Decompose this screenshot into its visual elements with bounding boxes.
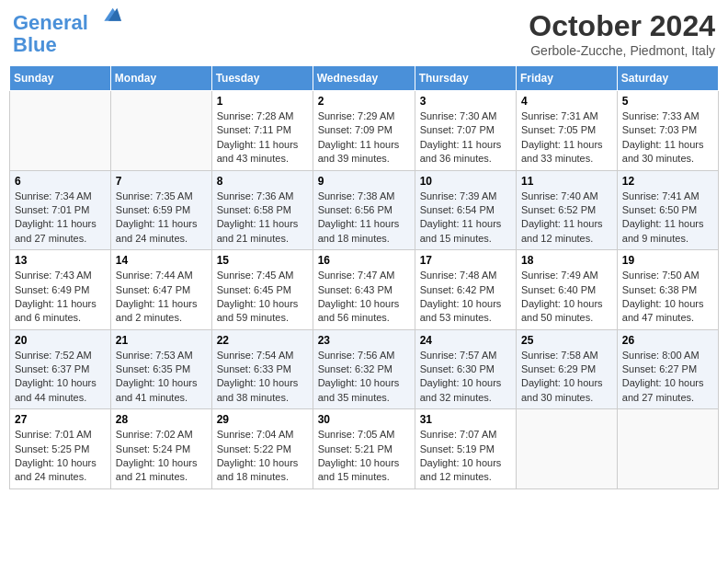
- day-info: Sunrise: 7:31 AM Sunset: 7:05 PM Dayligh…: [521, 109, 612, 167]
- day-number: 25: [521, 334, 612, 347]
- calendar-cell: [617, 409, 718, 489]
- day-number: 30: [318, 413, 410, 426]
- calendar-cell: 25Sunrise: 7:58 AM Sunset: 6:29 PM Dayli…: [516, 329, 617, 409]
- calendar-cell: 16Sunrise: 7:47 AM Sunset: 6:43 PM Dayli…: [313, 250, 415, 330]
- day-number: 5: [622, 95, 713, 108]
- col-header-monday: Monday: [110, 66, 211, 91]
- calendar-cell: 5Sunrise: 7:33 AM Sunset: 7:03 PM Daylig…: [617, 91, 718, 171]
- calendar-cell: 22Sunrise: 7:54 AM Sunset: 6:33 PM Dayli…: [211, 329, 313, 409]
- day-info: Sunrise: 7:38 AM Sunset: 6:56 PM Dayligh…: [318, 190, 410, 247]
- calendar-week-2: 6Sunrise: 7:34 AM Sunset: 7:01 PM Daylig…: [10, 170, 719, 250]
- day-info: Sunrise: 7:33 AM Sunset: 7:03 PM Dayligh…: [622, 109, 713, 167]
- location-subtitle: Gerbole-Zucche, Piedmont, Italy: [529, 43, 715, 58]
- day-number: 13: [15, 254, 106, 267]
- calendar-cell: [516, 409, 617, 489]
- day-info: Sunrise: 8:00 AM Sunset: 6:27 PM Dayligh…: [622, 349, 713, 406]
- calendar-cell: 19Sunrise: 7:50 AM Sunset: 6:38 PM Dayli…: [617, 250, 718, 330]
- day-info: Sunrise: 7:01 AM Sunset: 5:25 PM Dayligh…: [15, 428, 106, 485]
- calendar-cell: 24Sunrise: 7:57 AM Sunset: 6:30 PM Dayli…: [415, 329, 516, 409]
- day-number: 3: [420, 95, 511, 108]
- col-header-saturday: Saturday: [617, 66, 718, 91]
- calendar-cell: 31Sunrise: 7:07 AM Sunset: 5:19 PM Dayli…: [415, 409, 516, 489]
- calendar-cell: 12Sunrise: 7:41 AM Sunset: 6:50 PM Dayli…: [617, 170, 718, 250]
- logo-blue: Blue: [13, 33, 57, 56]
- day-info: Sunrise: 7:40 AM Sunset: 6:52 PM Dayligh…: [521, 190, 612, 247]
- day-info: Sunrise: 7:49 AM Sunset: 6:40 PM Dayligh…: [521, 269, 612, 326]
- day-number: 17: [420, 254, 511, 267]
- day-number: 21: [116, 334, 207, 347]
- day-number: 14: [116, 254, 207, 267]
- calendar-cell: 9Sunrise: 7:38 AM Sunset: 6:56 PM Daylig…: [313, 170, 415, 250]
- header-row: SundayMondayTuesdayWednesdayThursdayFrid…: [10, 66, 719, 91]
- calendar-cell: [110, 91, 211, 171]
- calendar-cell: 18Sunrise: 7:49 AM Sunset: 6:40 PM Dayli…: [516, 250, 617, 330]
- day-number: 11: [521, 175, 612, 188]
- day-info: Sunrise: 7:35 AM Sunset: 6:59 PM Dayligh…: [116, 190, 207, 247]
- day-info: Sunrise: 7:39 AM Sunset: 6:54 PM Dayligh…: [420, 190, 511, 247]
- logo: General Blue: [13, 9, 121, 56]
- day-number: 7: [116, 175, 207, 188]
- calendar-cell: 1Sunrise: 7:28 AM Sunset: 7:11 PM Daylig…: [211, 91, 313, 171]
- col-header-friday: Friday: [516, 66, 617, 91]
- day-info: Sunrise: 7:48 AM Sunset: 6:42 PM Dayligh…: [420, 269, 511, 326]
- calendar-cell: 17Sunrise: 7:48 AM Sunset: 6:42 PM Dayli…: [415, 250, 516, 330]
- day-number: 29: [217, 413, 308, 426]
- day-number: 10: [420, 175, 511, 188]
- day-info: Sunrise: 7:30 AM Sunset: 7:07 PM Dayligh…: [420, 109, 511, 167]
- day-number: 31: [420, 413, 511, 426]
- day-info: Sunrise: 7:02 AM Sunset: 5:24 PM Dayligh…: [116, 428, 207, 485]
- calendar-cell: 6Sunrise: 7:34 AM Sunset: 7:01 PM Daylig…: [10, 170, 111, 250]
- day-number: 12: [622, 175, 713, 188]
- day-info: Sunrise: 7:58 AM Sunset: 6:29 PM Dayligh…: [521, 349, 612, 406]
- day-number: 16: [318, 254, 410, 267]
- calendar-cell: 14Sunrise: 7:44 AM Sunset: 6:47 PM Dayli…: [110, 250, 211, 330]
- day-info: Sunrise: 7:41 AM Sunset: 6:50 PM Dayligh…: [622, 190, 713, 247]
- calendar-cell: 23Sunrise: 7:56 AM Sunset: 6:32 PM Dayli…: [313, 329, 415, 409]
- day-info: Sunrise: 7:04 AM Sunset: 5:22 PM Dayligh…: [217, 428, 308, 485]
- day-number: 28: [116, 413, 207, 426]
- month-title: October 2024: [529, 9, 715, 43]
- calendar-week-1: 1Sunrise: 7:28 AM Sunset: 7:11 PM Daylig…: [10, 91, 719, 171]
- day-number: 18: [521, 254, 612, 267]
- calendar-cell: 13Sunrise: 7:43 AM Sunset: 6:49 PM Dayli…: [10, 250, 111, 330]
- day-number: 2: [318, 95, 410, 108]
- calendar-cell: [10, 91, 111, 171]
- day-info: Sunrise: 7:45 AM Sunset: 6:45 PM Dayligh…: [217, 269, 308, 326]
- calendar-cell: 30Sunrise: 7:05 AM Sunset: 5:21 PM Dayli…: [313, 409, 415, 489]
- day-info: Sunrise: 7:56 AM Sunset: 6:32 PM Dayligh…: [318, 349, 410, 406]
- day-info: Sunrise: 7:28 AM Sunset: 7:11 PM Dayligh…: [217, 109, 308, 167]
- calendar-cell: 21Sunrise: 7:53 AM Sunset: 6:35 PM Dayli…: [110, 329, 211, 409]
- day-info: Sunrise: 7:34 AM Sunset: 7:01 PM Dayligh…: [15, 190, 106, 247]
- day-number: 23: [318, 334, 410, 347]
- day-info: Sunrise: 7:07 AM Sunset: 5:19 PM Dayligh…: [420, 428, 511, 485]
- day-info: Sunrise: 7:52 AM Sunset: 6:37 PM Dayligh…: [15, 349, 106, 406]
- day-info: Sunrise: 7:44 AM Sunset: 6:47 PM Dayligh…: [116, 269, 207, 326]
- day-info: Sunrise: 7:47 AM Sunset: 6:43 PM Dayligh…: [318, 269, 410, 326]
- day-number: 19: [622, 254, 713, 267]
- calendar-cell: 27Sunrise: 7:01 AM Sunset: 5:25 PM Dayli…: [10, 409, 111, 489]
- calendar-cell: 20Sunrise: 7:52 AM Sunset: 6:37 PM Dayli…: [10, 329, 111, 409]
- calendar-cell: 10Sunrise: 7:39 AM Sunset: 6:54 PM Dayli…: [415, 170, 516, 250]
- day-number: 24: [420, 334, 511, 347]
- day-number: 1: [217, 95, 308, 108]
- title-block: October 2024 Gerbole-Zucche, Piedmont, I…: [529, 9, 715, 58]
- col-header-tuesday: Tuesday: [211, 66, 313, 91]
- calendar-cell: 11Sunrise: 7:40 AM Sunset: 6:52 PM Dayli…: [516, 170, 617, 250]
- calendar-cell: 4Sunrise: 7:31 AM Sunset: 7:05 PM Daylig…: [516, 91, 617, 171]
- day-info: Sunrise: 7:05 AM Sunset: 5:21 PM Dayligh…: [318, 428, 410, 485]
- day-number: 22: [217, 334, 308, 347]
- logo-icon: [96, 4, 121, 29]
- day-number: 20: [15, 334, 106, 347]
- calendar-cell: 28Sunrise: 7:02 AM Sunset: 5:24 PM Dayli…: [110, 409, 211, 489]
- day-number: 26: [622, 334, 713, 347]
- calendar-week-5: 27Sunrise: 7:01 AM Sunset: 5:25 PM Dayli…: [10, 409, 719, 489]
- day-number: 8: [217, 175, 308, 188]
- col-header-wednesday: Wednesday: [313, 66, 415, 91]
- day-number: 4: [521, 95, 612, 108]
- calendar-week-4: 20Sunrise: 7:52 AM Sunset: 6:37 PM Dayli…: [10, 329, 719, 409]
- logo-general: General: [13, 11, 88, 34]
- day-info: Sunrise: 7:53 AM Sunset: 6:35 PM Dayligh…: [116, 349, 207, 406]
- day-info: Sunrise: 7:36 AM Sunset: 6:58 PM Dayligh…: [217, 190, 308, 247]
- calendar-cell: 7Sunrise: 7:35 AM Sunset: 6:59 PM Daylig…: [110, 170, 211, 250]
- col-header-thursday: Thursday: [415, 66, 516, 91]
